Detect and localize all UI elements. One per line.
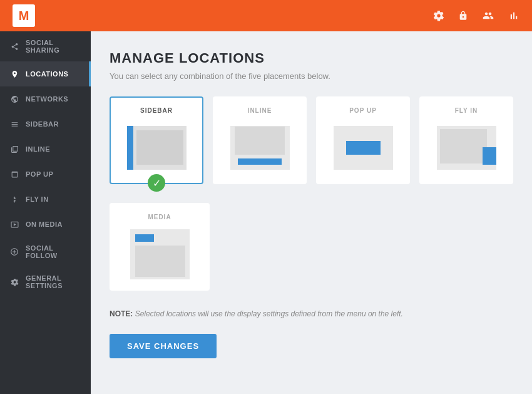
sidebar-item-networks[interactable]: Networks: [0, 86, 91, 111]
network-icon: [9, 94, 19, 104]
chart-icon[interactable]: [508, 10, 519, 21]
app-logo[interactable]: M: [13, 4, 35, 27]
location-card-inline[interactable]: Inline: [213, 96, 307, 184]
sidebar-item-label: Social Sharing: [26, 39, 81, 54]
main-content: Manage Locations You can select any comb…: [91, 31, 532, 394]
popup-preview-bar: [346, 141, 381, 155]
card-preview-inline: [223, 122, 296, 174]
inline-icon: [9, 144, 19, 154]
card-label-popup: Pop Up: [349, 107, 377, 114]
location-card-flyin[interactable]: Fly In: [419, 96, 513, 184]
flyin-preview-bar: [483, 147, 496, 165]
sidebar-item-social-follow[interactable]: Social Follow: [0, 237, 91, 267]
card-preview-media: [120, 228, 199, 280]
popup-icon: [9, 169, 19, 179]
page-title: Manage Locations: [110, 50, 513, 66]
lock-icon[interactable]: [458, 10, 468, 21]
sidebar-item-label: Social Follow: [26, 244, 81, 259]
users-icon[interactable]: [482, 10, 494, 21]
location-icon: [9, 69, 19, 79]
popup-preview-container: [334, 126, 393, 170]
location-cards-row: Sidebar ✓ Inline: [110, 96, 513, 184]
sidebar-item-general-settings[interactable]: General Settings: [0, 267, 91, 297]
sidebar-item-label: Sidebar: [26, 120, 59, 128]
sidebar-item-sidebar[interactable]: Sidebar: [0, 111, 91, 137]
sidebar-preview-bar: [127, 126, 133, 170]
inline-preview-container: [230, 126, 290, 170]
top-nav: M: [0, 0, 532, 31]
media-cards-row: Media: [110, 203, 513, 291]
card-preview-sidebar: [120, 122, 193, 174]
sidebar-item-label: Locations: [26, 70, 68, 78]
media-preview-bar: [135, 234, 154, 242]
location-card-popup[interactable]: Pop Up: [316, 96, 410, 184]
location-card-media[interactable]: Media: [110, 203, 210, 291]
card-label-media: Media: [148, 214, 171, 220]
app-body: Social Sharing Locations Networks: [0, 31, 532, 394]
sidebar-item-label: Networks: [26, 95, 68, 103]
selected-badge: ✓: [148, 174, 165, 192]
card-label-inline: Inline: [248, 107, 272, 114]
gear-icon[interactable]: [433, 10, 444, 21]
save-section: Save Changes: [110, 334, 513, 358]
note-text: Selected locations will use the display …: [135, 309, 403, 318]
card-label-flyin: Fly In: [455, 107, 478, 114]
sidebar-preview-container: [127, 126, 187, 170]
inline-preview-bar: [238, 158, 282, 165]
sidebar-item-social-sharing[interactable]: Social Sharing: [0, 31, 91, 61]
location-card-sidebar[interactable]: Sidebar ✓: [110, 96, 203, 184]
sidebar-item-label: General Settings: [26, 274, 81, 289]
sidebar-item-flyin[interactable]: Fly In: [0, 187, 91, 212]
follow-icon: [9, 247, 19, 257]
card-preview-popup: [327, 122, 399, 174]
settings-icon: [9, 277, 19, 287]
sidebar-item-locations[interactable]: Locations: [0, 61, 91, 86]
sidebar-item-label: On Media: [26, 220, 63, 228]
share-icon: [9, 41, 19, 51]
flyin-icon: [9, 194, 19, 204]
sidebar: Social Sharing Locations Networks: [0, 31, 91, 394]
media-preview-container: [130, 229, 190, 279]
media-icon: [9, 219, 19, 229]
flyin-preview-container: [437, 126, 496, 170]
sidebar-item-popup[interactable]: Pop Up: [0, 162, 91, 187]
save-changes-button[interactable]: Save Changes: [110, 334, 217, 358]
page-subtitle: You can select any combination of the fi…: [110, 71, 513, 81]
card-preview-flyin: [430, 122, 503, 174]
note-label: NOTE:: [110, 309, 133, 318]
sidebar-item-label: Inline: [26, 145, 50, 153]
sidebar-item-label: Fly In: [26, 195, 49, 203]
sidebar-item-on-media[interactable]: On Media: [0, 212, 91, 237]
note-section: NOTE: Selected locations will use the di…: [110, 309, 513, 318]
nav-icons: [433, 10, 519, 21]
sidebar-item-label: Pop Up: [26, 170, 53, 178]
sidebar-preview-content: [136, 130, 183, 165]
sidebar-menu-icon: [9, 119, 19, 129]
card-label-sidebar: Sidebar: [140, 107, 173, 114]
sidebar-item-inline[interactable]: Inline: [0, 137, 91, 162]
